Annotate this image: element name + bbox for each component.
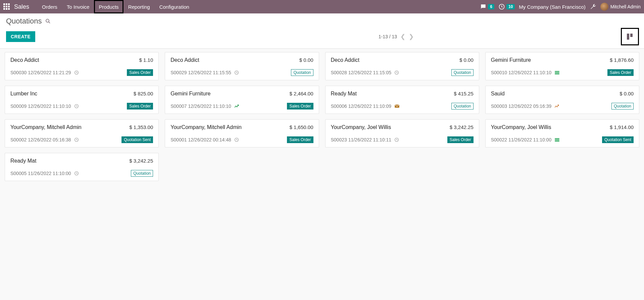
clock-icon	[74, 171, 79, 176]
pager-text: 1-13 / 13	[379, 34, 397, 39]
clock-icon	[74, 137, 79, 142]
control-row: CREATE 1-13 / 13 ❮ ❯	[0, 26, 644, 49]
card-title: Deco Addict	[170, 57, 199, 63]
card-amount: $ 3,242.25	[450, 124, 474, 130]
clock-count: 10	[506, 4, 515, 9]
bars-icon	[554, 70, 560, 76]
card-amount: $ 1,353.00	[129, 124, 153, 130]
card-status-badge: Quotation	[451, 69, 474, 76]
clock-icon	[234, 137, 239, 142]
card-status-badge: Quotation Sent	[602, 136, 634, 143]
card-title: Gemini Furniture	[170, 91, 210, 97]
quotation-card[interactable]: Gemini Furniture $ 2,464.00 S00007 12/26…	[165, 86, 319, 114]
pager-prev[interactable]: ❮	[400, 33, 405, 40]
card-title: YourCompany, Mitchell Admin	[10, 124, 82, 130]
card-status-badge: Quotation	[451, 103, 474, 110]
quotation-card[interactable]: Deco Addict $ 1.10 S00030 12/26/2022 11:…	[5, 52, 159, 80]
breadcrumb-row: Quotations	[0, 13, 644, 26]
kanban-grid: Deco Addict $ 1.10 S00030 12/26/2022 11:…	[5, 52, 639, 181]
card-amount: $ 1,650.00	[290, 124, 313, 130]
chat-icon	[480, 3, 487, 10]
svg-rect-3	[630, 34, 633, 37]
card-reference: S00001 12/26/2022 00:14:48	[170, 137, 231, 142]
card-amount: $ 0.00	[299, 57, 313, 63]
card-reference: S00007 12/26/2022 11:10:10	[170, 103, 231, 109]
apps-icon[interactable]	[3, 3, 10, 10]
card-reference: S00005 11/26/2022 11:10:00	[10, 171, 71, 176]
company-selector[interactable]: My Company (San Francisco)	[519, 4, 585, 10]
card-reference: S00030 12/26/2022 11:21:29	[10, 70, 71, 75]
card-status-badge: Sales Order	[447, 136, 474, 143]
clock-icon	[498, 3, 505, 10]
quotation-card[interactable]: Sauid $ 0.00 S00003 12/26/2022 05:16:39 …	[485, 86, 639, 114]
card-status-badge: Sales Order	[127, 103, 153, 110]
svg-rect-15	[555, 139, 560, 140]
nav-orders[interactable]: Orders	[37, 0, 62, 13]
quotation-card[interactable]: YourCompany, Mitchell Admin $ 1,353.00 S…	[5, 119, 159, 147]
quotation-card[interactable]: Ready Mat $ 3,242.25 S00005 11/26/2022 1…	[5, 153, 159, 181]
card-amount: $ 1,876.60	[610, 57, 634, 63]
quotation-card[interactable]: YourCompany, Joel Willis $ 1,914.00 S000…	[485, 119, 639, 147]
svg-rect-9	[555, 74, 560, 74]
pager-next[interactable]: ❯	[409, 33, 414, 40]
navbar: Sales Orders To Invoice Products Reporti…	[0, 0, 644, 13]
card-reference: S00022 11/26/2022 11:10:00	[491, 137, 552, 142]
quotation-card[interactable]: YourCompany, Mitchell Admin $ 1,650.00 S…	[165, 119, 319, 147]
card-title: Ready Mat	[331, 91, 357, 97]
card-status-badge: Quotation Sent	[121, 136, 153, 143]
card-status-badge: Quotation	[131, 170, 153, 177]
quotation-card[interactable]: Ready Mat $ 415.25 S00006 12/26/2022 11:…	[325, 86, 479, 114]
mail-icon	[394, 103, 400, 109]
svg-rect-16	[555, 141, 560, 141]
nav-to-invoice[interactable]: To Invoice	[62, 0, 94, 13]
nav-configuration[interactable]: Configuration	[155, 0, 194, 13]
clock-icon	[234, 70, 239, 75]
card-title: Lumber Inc	[10, 91, 37, 97]
nav-reporting[interactable]: Reporting	[123, 0, 155, 13]
clock-icon	[394, 137, 399, 142]
card-status-badge: Quotation	[611, 103, 634, 110]
card-title: Sauid	[491, 91, 505, 97]
svg-rect-7	[555, 71, 560, 72]
card-reference: S00023 11/26/2022 11:10:11	[331, 137, 392, 142]
app-brand[interactable]: Sales	[14, 3, 29, 10]
card-title: Gemini Furniture	[491, 57, 531, 63]
clock-icon	[394, 70, 399, 75]
card-amount: $ 1.10	[139, 57, 153, 63]
clock-icon	[74, 103, 79, 109]
wrench-icon[interactable]	[590, 3, 596, 10]
activities-button[interactable]: 10	[498, 3, 515, 10]
kanban-view-button[interactable]	[622, 29, 638, 44]
card-status-badge: Quotation	[291, 69, 313, 76]
page-title: Quotations	[6, 17, 42, 26]
card-amount: $ 1,914.00	[610, 124, 634, 130]
quotation-card[interactable]: YourCompany, Joel Willis $ 3,242.25 S000…	[325, 119, 479, 147]
card-reference: S00029 12/26/2022 11:15:55	[170, 70, 231, 75]
svg-rect-14	[555, 138, 560, 139]
user-name: Mitchell Admin	[610, 4, 641, 9]
avatar-icon	[600, 3, 608, 11]
quotation-card[interactable]: Lumber Inc $ 825.00 S00009 12/26/2022 11…	[5, 86, 159, 114]
card-status-badge: Sales Order	[127, 69, 153, 76]
search-icon[interactable]	[45, 18, 51, 24]
nav-products[interactable]: Products	[94, 0, 123, 13]
card-amount: $ 825.00	[134, 91, 153, 96]
create-button[interactable]: CREATE	[6, 31, 35, 42]
conversations-button[interactable]: 6	[480, 3, 494, 10]
card-status-badge: Sales Order	[287, 136, 313, 143]
card-title: Deco Addict	[331, 57, 359, 63]
navbar-right: 6 10 My Company (San Francisco) Mitchell…	[480, 3, 641, 11]
quotation-card[interactable]: Gemini Furniture $ 1,876.60 S00010 12/26…	[485, 52, 639, 80]
card-title: YourCompany, Mitchell Admin	[170, 124, 242, 130]
svg-rect-2	[627, 34, 629, 40]
card-reference: S00009 12/26/2022 11:10:10	[10, 103, 71, 109]
quotation-card[interactable]: Deco Addict $ 0.00 S00029 12/26/2022 11:…	[165, 52, 319, 80]
line-chart-icon	[554, 103, 560, 109]
kanban-icon	[626, 33, 634, 41]
user-menu[interactable]: Mitchell Admin	[600, 3, 641, 11]
card-title: YourCompany, Joel Willis	[491, 124, 551, 130]
card-title: Ready Mat	[10, 158, 36, 164]
bars-icon	[554, 137, 560, 143]
quotation-card[interactable]: Deco Addict $ 0.00 S00028 12/26/2022 11:…	[325, 52, 479, 80]
card-amount: $ 0.00	[620, 91, 634, 96]
